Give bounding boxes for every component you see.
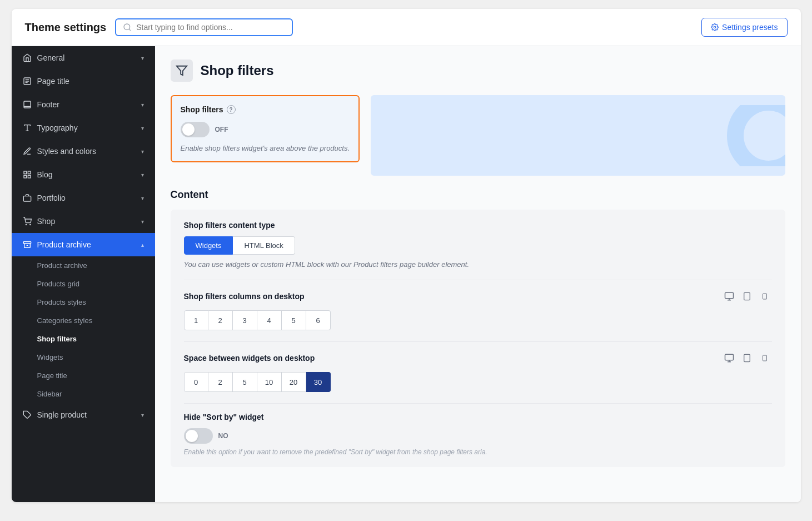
divider-2 xyxy=(184,341,772,342)
columns-label: Shop filters columns on desktop xyxy=(184,292,305,301)
sidebar-item-page-title[interactable]: Page title xyxy=(12,70,155,93)
sidebar-item-single-product[interactable]: Single product ▾ xyxy=(12,403,155,426)
briefcase-icon xyxy=(23,193,32,202)
sidebar-item-typography[interactable]: Typography ▾ xyxy=(12,116,155,140)
tag-icon xyxy=(23,410,32,419)
sidebar-subitem-categories-styles[interactable]: Categories styles xyxy=(12,311,155,330)
svg-rect-23 xyxy=(725,292,733,299)
space-label: Space between widgets on desktop xyxy=(184,354,315,363)
sidebar-item-product-archive[interactable]: Product archive ▴ xyxy=(12,233,155,256)
svg-point-2 xyxy=(714,26,716,28)
panel-label: Shop filters ? xyxy=(181,105,350,114)
content-type-note: You can use widgets or custom HTML block… xyxy=(184,260,772,269)
tablet-icon[interactable] xyxy=(740,289,754,304)
page-header: Shop filters xyxy=(171,59,785,82)
sidebar-subitem-products-styles[interactable]: Products styles xyxy=(12,293,155,311)
shop-filters-toggle[interactable] xyxy=(181,122,210,137)
chevron-down-icon: ▾ xyxy=(141,412,144,418)
tablet-icon-2[interactable] xyxy=(740,351,754,365)
content-panel: Shop filters content type Widgets HTML B… xyxy=(171,210,785,467)
sidebar-label-footer: Footer xyxy=(37,100,59,109)
chevron-down-icon: ▾ xyxy=(141,125,144,131)
hide-sort-label: Hide "Sort by" widget xyxy=(184,413,264,421)
sidebar-item-footer[interactable]: Footer ▾ xyxy=(12,93,155,116)
sidebar-subitem-product-archive[interactable]: Product archive xyxy=(12,256,155,275)
content-type-buttons: Widgets HTML Block xyxy=(184,236,772,255)
mobile-icon[interactable] xyxy=(758,289,772,304)
svg-rect-13 xyxy=(28,175,31,178)
sidebar-label-shop: Shop xyxy=(37,217,56,226)
desktop-icon-2[interactable] xyxy=(722,351,736,365)
chevron-down-icon: ▾ xyxy=(141,195,144,201)
columns-buttons: 1 2 3 4 5 6 xyxy=(184,310,772,330)
page-header-icon xyxy=(171,59,193,82)
search-box[interactable] xyxy=(115,18,293,36)
svg-point-16 xyxy=(26,224,26,225)
content-section-title: Content xyxy=(171,189,785,201)
sidebar-subitem-shop-filters[interactable]: Shop filters xyxy=(12,330,155,348)
sidebar-label-styles: Styles and colors xyxy=(37,147,97,156)
sidebar: General ▾ Page title Footer xyxy=(12,46,155,502)
svg-rect-14 xyxy=(24,175,27,178)
settings-presets-label: Settings presets xyxy=(722,23,778,32)
space-5-button[interactable]: 5 xyxy=(233,372,257,392)
sidebar-item-styles-colors[interactable]: Styles and colors ▾ xyxy=(12,140,155,163)
space-0-button[interactable]: 0 xyxy=(184,372,208,392)
sidebar-item-portfolio[interactable]: Portfolio ▾ xyxy=(12,186,155,210)
col-5-button[interactable]: 5 xyxy=(282,310,306,330)
chevron-down-icon: ▾ xyxy=(141,219,144,225)
home-icon xyxy=(23,53,32,62)
chevron-down-icon: ▾ xyxy=(141,102,144,108)
hide-sort-toggle[interactable] xyxy=(184,428,213,444)
shop-filters-panel: Shop filters ? OFF Enable shop filters w… xyxy=(171,95,360,162)
svg-rect-15 xyxy=(23,196,31,201)
col-6-button[interactable]: 6 xyxy=(306,310,331,330)
col-2-button[interactable]: 2 xyxy=(208,310,233,330)
space-buttons: 0 2 5 10 20 30 xyxy=(184,372,772,392)
search-input[interactable] xyxy=(136,23,285,32)
col-3-button[interactable]: 3 xyxy=(233,310,257,330)
sidebar-label-product-archive: Product archive xyxy=(37,240,91,249)
sidebar-item-shop[interactable]: Shop ▾ xyxy=(12,210,155,233)
toggle-no-label: NO xyxy=(218,432,228,440)
mobile-icon-2[interactable] xyxy=(758,351,772,365)
svg-point-22 xyxy=(735,105,785,166)
hide-sort-toggle-row: NO xyxy=(184,428,772,444)
desktop-icon[interactable] xyxy=(722,289,736,304)
sidebar-label-page-title: Page title xyxy=(37,77,69,86)
typography-icon xyxy=(23,123,32,132)
sidebar-subitem-widgets[interactable]: Widgets xyxy=(12,348,155,366)
sidebar-subitem-products-grid[interactable]: Products grid xyxy=(12,275,155,293)
toggle-knob xyxy=(182,123,195,136)
svg-rect-12 xyxy=(28,171,31,174)
device-icons-2 xyxy=(722,351,772,365)
space-10-button[interactable]: 10 xyxy=(257,372,282,392)
chevron-up-icon: ▴ xyxy=(141,242,144,248)
page-icon xyxy=(23,77,32,86)
help-icon[interactable]: ? xyxy=(227,105,236,114)
space-30-button[interactable]: 30 xyxy=(306,372,331,392)
space-20-button[interactable]: 20 xyxy=(282,372,306,392)
content-type-label: Shop filters content type xyxy=(184,221,275,230)
svg-rect-11 xyxy=(24,171,27,174)
blog-icon xyxy=(23,170,32,179)
sidebar-item-blog[interactable]: Blog ▾ xyxy=(12,163,155,186)
col-4-button[interactable]: 4 xyxy=(257,310,282,330)
svg-rect-18 xyxy=(23,242,31,244)
widgets-button[interactable]: Widgets xyxy=(184,236,233,255)
sidebar-item-general[interactable]: General ▾ xyxy=(12,46,155,70)
html-block-button[interactable]: HTML Block xyxy=(233,236,295,255)
gear-icon xyxy=(711,23,719,31)
app-title: Theme settings xyxy=(25,21,107,34)
settings-presets-button[interactable]: Settings presets xyxy=(701,18,787,37)
space-2-button[interactable]: 2 xyxy=(208,372,233,392)
svg-point-17 xyxy=(29,224,30,225)
col-1-button[interactable]: 1 xyxy=(184,310,208,330)
sidebar-subitem-page-title[interactable]: Page title xyxy=(12,366,155,385)
sidebar-subitem-sidebar[interactable]: Sidebar xyxy=(12,385,155,403)
hide-sort-description: Enable this option if you want to remove… xyxy=(184,448,772,456)
columns-row: Shop filters columns on desktop xyxy=(184,289,772,330)
archive-icon xyxy=(23,240,32,249)
svg-point-0 xyxy=(124,24,130,30)
svg-rect-33 xyxy=(744,354,750,361)
